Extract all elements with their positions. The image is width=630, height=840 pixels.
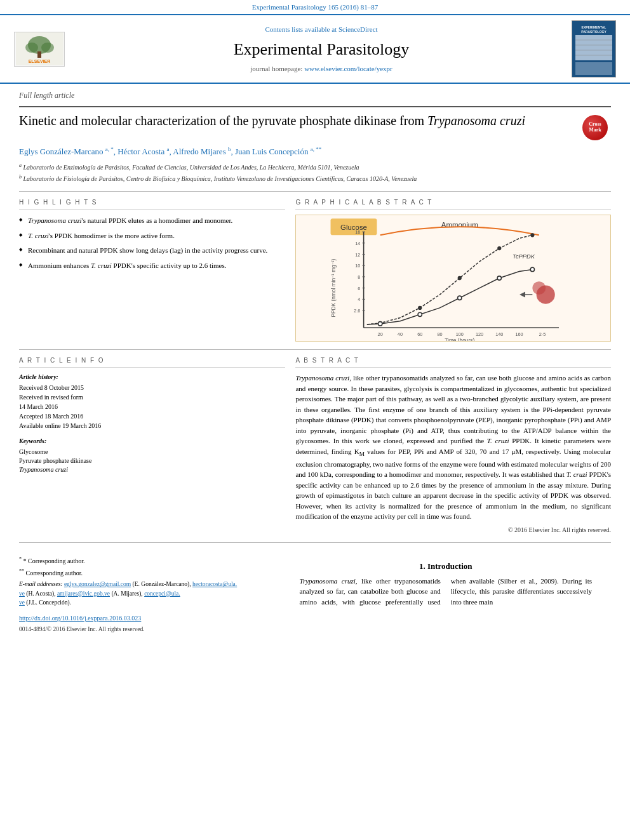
header-center: Contents lists available at ScienceDirec…	[71, 25, 572, 74]
article-title: Kinetic and molecular characterization o…	[19, 112, 576, 130]
email-1[interactable]: eglys.gonzalez@gmail.com	[64, 581, 131, 587]
history-accepted: Accepted 18 March 2016	[19, 412, 285, 421]
doi-section: http://dx.doi.org/10.1016/j.exppara.2016…	[19, 612, 267, 623]
keywords-section: Keywords: Glycosome Pyruvate phosphate d…	[19, 437, 285, 474]
svg-text:14: 14	[356, 241, 361, 246]
highlights-list: Trypanosoma cruzi's natural PPDK elutes …	[19, 215, 285, 272]
highlights-header: H I G H L I G H T S	[19, 198, 285, 210]
svg-text:PPDK (nmol min⁻¹ mg⁻¹): PPDK (nmol min⁻¹ mg⁻¹)	[330, 259, 337, 317]
author-3: Alfredo Mijares	[173, 147, 225, 157]
svg-text:8: 8	[358, 274, 361, 280]
svg-rect-15	[575, 62, 612, 75]
main-content: Full length article Kinetic and molecula…	[0, 84, 630, 555]
ga-chart-svg: Glucose Ammonium PPDK (nmol min⁻¹ mg⁻¹) …	[296, 215, 610, 341]
svg-text:100: 100	[456, 331, 464, 337]
footnotes-col: * * Corresponding author. ** Correspondi…	[19, 556, 267, 634]
author-1: Eglys González-Marcano	[19, 147, 103, 157]
intro-heading: 1. Introduction	[299, 561, 592, 572]
affiliation-b-text: Laboratorio de Fisiología de Parásitos, …	[23, 175, 417, 182]
svg-point-53	[531, 233, 535, 237]
article-info-header: A R T I C L E I N F O	[19, 356, 285, 368]
svg-text:Time (hours): Time (hours)	[445, 337, 475, 341]
journal-cover-image: EXPERIMENTAL PARASITOLOGY	[572, 20, 616, 77]
title-part1: Kinetic and molecular characterization o…	[19, 114, 427, 128]
history-title: Article history:	[19, 373, 285, 382]
graphical-abstract-section: G R A P H I C A L A B S T R A C T Glucos…	[295, 198, 611, 342]
svg-point-4	[41, 43, 54, 53]
svg-point-51	[458, 276, 462, 280]
keyword-3: Trypanosoma cruzi	[19, 465, 285, 474]
affiliation-a: a Laboratorio de Enzimología de Parásito…	[19, 162, 611, 172]
svg-point-52	[498, 246, 502, 250]
svg-point-54	[379, 322, 382, 326]
highlight-item-3: Recombinant and natural PPDK show long d…	[19, 244, 285, 257]
info-abstract-cols: A R T I C L E I N F O Article history: R…	[19, 356, 611, 534]
journal-ref-bar: Experimental Parasitology 165 (2016) 81–…	[0, 0, 630, 15]
copyright-line: © 2016 Elsevier Inc. All rights reserved…	[295, 526, 611, 535]
crossmark-icon: CrossMark	[582, 115, 608, 140]
svg-text:40: 40	[398, 331, 403, 337]
elsevier-logo-image: ELSEVIER	[14, 32, 65, 67]
svg-text:4: 4	[358, 297, 361, 303]
article-type: Full length article	[19, 90, 611, 101]
homepage-label: journal homepage:	[250, 65, 302, 72]
highlights-section: H I G H L I G H T S Trypanosoma cruzi's …	[19, 198, 285, 342]
history-revised-label: Received in revised form	[19, 393, 285, 402]
svg-text:12: 12	[356, 252, 361, 258]
journal-title: Experimental Parasitology	[71, 38, 572, 61]
intro-section: 1. Introduction Trypanosoma cruzi, like …	[280, 556, 611, 608]
svg-text:60: 60	[418, 331, 423, 337]
journal-ref-text: Experimental Parasitology 165 (2016) 81–…	[252, 3, 379, 11]
svg-point-3	[25, 43, 38, 53]
article-info-col: A R T I C L E I N F O Article history: R…	[19, 356, 285, 534]
sciencedirect-text: Contents lists available at ScienceDirec…	[71, 25, 572, 34]
highlight-item-1: Trypanosoma cruzi's natural PPDK elutes …	[19, 215, 285, 227]
keyword-1: Glycosome	[19, 448, 285, 457]
abstract-header: A B S T R A C T	[295, 356, 611, 368]
svg-text:160: 160	[516, 331, 523, 337]
svg-point-61	[533, 282, 546, 295]
email-3[interactable]: amijares@ivic.gob.ve	[57, 590, 110, 597]
corresponding-1-text: * Corresponding author.	[23, 557, 85, 564]
section-divider-2	[19, 349, 611, 350]
highlight-item-2: T. cruzi's PPDK homodimer is the more ac…	[19, 230, 285, 242]
svg-point-57	[498, 276, 502, 280]
keywords-title: Keywords:	[19, 437, 285, 446]
header-section: ELSEVIER Contents lists available at Sci…	[0, 15, 630, 84]
corresponding-2: ** Corresponding author.	[19, 568, 267, 578]
svg-text:EXPERIMENTAL: EXPERIMENTAL	[582, 25, 607, 29]
svg-text:2-5: 2-5	[539, 331, 546, 337]
intro-col: 1. Introduction Trypanosoma cruzi, like …	[280, 556, 611, 634]
svg-text:80: 80	[438, 331, 443, 337]
svg-text:TcPPDK: TcPPDK	[513, 253, 535, 260]
svg-rect-2	[37, 51, 41, 58]
svg-point-55	[418, 313, 422, 317]
corresponding-2-text: Corresponding author.	[26, 570, 83, 577]
history-available: Available online 19 March 2016	[19, 422, 285, 430]
affiliation-a-text: Laboratorio de Enzimología de Parásitos,…	[23, 164, 359, 171]
intro-text: Trypanosoma cruzi, like other trypanosom…	[299, 576, 592, 608]
section-divider-3	[19, 542, 611, 543]
article-title-section: Kinetic and molecular characterization o…	[19, 112, 611, 140]
doi-link[interactable]: http://dx.doi.org/10.1016/j.exppara.2016…	[19, 615, 141, 622]
homepage-link[interactable]: www.elsevier.com/locate/yexpr	[304, 65, 392, 72]
section-divider-1	[19, 191, 611, 192]
svg-point-56	[458, 296, 462, 300]
author-4: Juan Luis Concepción	[235, 147, 309, 157]
corresponding-1: * * Corresponding author.	[19, 556, 267, 566]
history-received: Received 8 October 2015	[19, 383, 285, 392]
journal-cover: EXPERIMENTAL PARASITOLOGY	[572, 20, 622, 77]
graphical-abstract-header: G R A P H I C A L A B S T R A C T	[295, 198, 611, 210]
crossmark-logo: CrossMark	[582, 115, 611, 140]
svg-point-58	[531, 268, 535, 272]
elsevier-logo: ELSEVIER	[8, 32, 71, 67]
abstract-text: Trypanosoma cruzi, like other trypanosom…	[295, 373, 611, 521]
affiliation-b: b Laboratorio de Fisiología de Parásitos…	[19, 173, 611, 183]
svg-text:ELSEVIER: ELSEVIER	[28, 59, 50, 63]
svg-text:10: 10	[356, 263, 361, 269]
svg-rect-10	[575, 35, 612, 60]
highlight-item-4: Ammonium enhances T. cruzi PPDK's specif…	[19, 260, 285, 272]
svg-text:120: 120	[476, 331, 483, 337]
journal-homepage: journal homepage: www.elsevier.com/locat…	[71, 64, 572, 74]
issn-text: 0014-4894/© 2016 Elsevier Inc. All right…	[19, 625, 267, 634]
